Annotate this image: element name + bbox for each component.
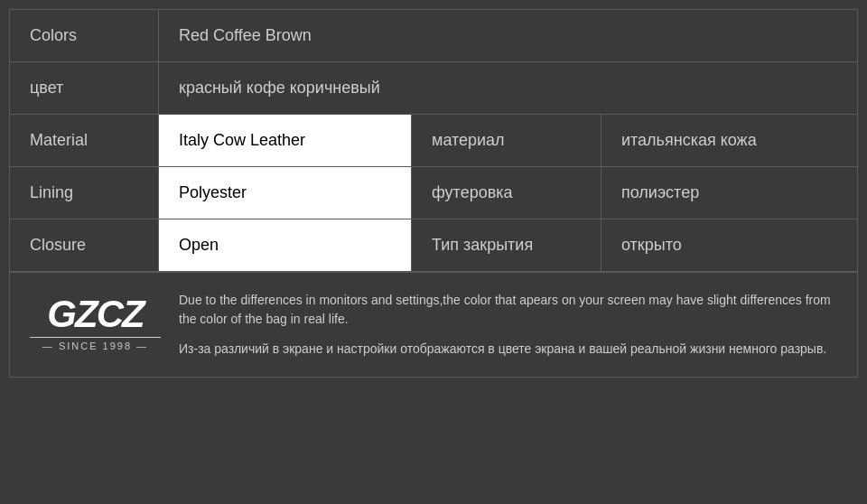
closure-ru-label: Тип закрытия	[412, 219, 601, 271]
footer-notice: Due to the differences in monitors and s…	[179, 291, 837, 359]
lining-value-en: Polyester	[159, 167, 412, 219]
notice-ru: Из-за различий в экране и настройки отоб…	[179, 340, 837, 359]
closure-value-en: Open	[159, 219, 412, 271]
colors-row: Colors Red Coffee Brown	[10, 10, 857, 62]
colors-label: Colors	[10, 10, 159, 61]
brand-logo: GZCZ — SINCE 1998 —	[30, 291, 161, 351]
logo-since: — SINCE 1998 —	[30, 337, 161, 351]
notice-en: Due to the differences in monitors and s…	[179, 291, 837, 329]
lining-row: Lining Polyester футеровка полиэстер	[10, 167, 857, 219]
material-ru-value: итальянская кожа	[601, 115, 857, 166]
closure-ru-value: открыто	[601, 219, 857, 271]
lining-ru-value: полиэстер	[601, 167, 857, 219]
tsvet-label: цвет	[10, 62, 159, 114]
tsvet-value: красный кофе коричневый	[159, 62, 857, 114]
material-row: Material Italy Cow Leather материал итал…	[10, 115, 857, 167]
logo-text: GZCZ	[47, 295, 143, 333]
closure-row: Closure Open Тип закрытия открыто	[10, 219, 857, 272]
material-label: Material	[10, 115, 159, 166]
closure-label: Closure	[10, 219, 159, 271]
footer-section: GZCZ — SINCE 1998 — Due to the differenc…	[10, 272, 857, 377]
lining-ru-label: футеровка	[412, 167, 601, 219]
material-value-en: Italy Cow Leather	[159, 115, 412, 166]
main-table: Colors Red Coffee Brown цвет красный коф…	[9, 9, 858, 378]
material-ru-label: материал	[412, 115, 601, 166]
colors-value: Red Coffee Brown	[159, 10, 857, 61]
lining-label: Lining	[10, 167, 159, 219]
tsvet-row: цвет красный кофе коричневый	[10, 62, 857, 115]
